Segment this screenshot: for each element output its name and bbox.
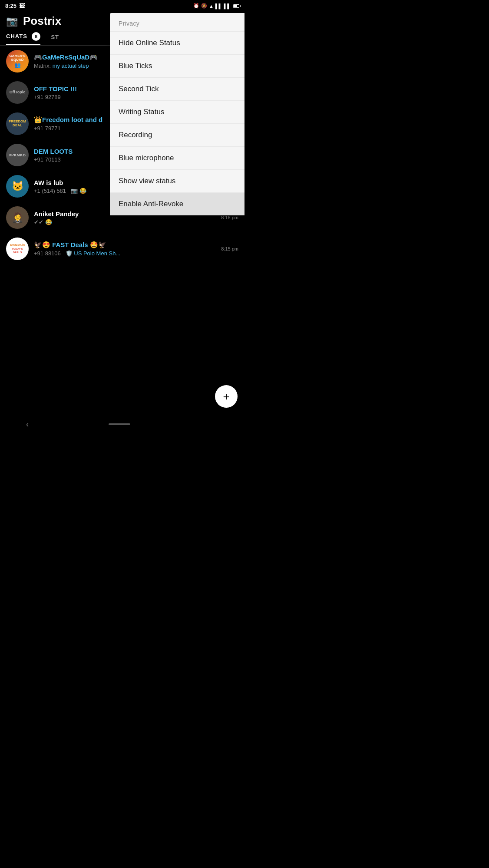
alarm-icon: ⏰ xyxy=(193,3,199,9)
chat-name: 🦅😍 FAST Deals 🤩🦅 xyxy=(34,241,216,249)
dropdown-item-blue-microphone[interactable]: Blue microphone xyxy=(110,146,244,169)
chat-preview: +91 88106 🛡️ US Polo Men Sh... xyxy=(34,250,216,257)
app-title: Postrix xyxy=(23,14,61,28)
dropdown-item-recording[interactable]: Recording xyxy=(110,123,244,146)
avatar: #PKMKB xyxy=(6,144,29,166)
chat-meta: 8:16 pm xyxy=(221,215,238,220)
avatar: GAMER'SSQUAD 👥 xyxy=(6,50,29,73)
chat-info: 🦅😍 FAST Deals 🤩🦅 +91 88106 🛡️ US Polo Me… xyxy=(34,241,216,257)
status-bar: 8:25 🖼 ⏰ 🔕 ▲ ▌▌ ▌▌ xyxy=(0,0,244,12)
dropdown-item-writing-status[interactable]: Writing Status xyxy=(110,100,244,123)
bottom-nav: ‹ xyxy=(0,415,244,434)
chat-meta: 8:15 pm xyxy=(221,246,238,251)
chat-time: 8:15 pm xyxy=(221,246,238,251)
wifi-icon: ▲ xyxy=(209,3,214,9)
tab-status[interactable]: ST xyxy=(51,34,59,44)
battery-icon xyxy=(233,4,239,8)
avatar: FREEDOMDEAL xyxy=(6,112,29,135)
tab-chats[interactable]: CHATS 8 xyxy=(6,32,40,45)
list-item[interactable]: amazon.inTODAY'SDEALS 🦅😍 FAST Deals 🤩🦅 +… xyxy=(0,233,244,264)
home-indicator xyxy=(109,423,130,425)
compose-fab[interactable]: + xyxy=(215,385,238,408)
camera-icon[interactable]: 📷 xyxy=(6,16,18,27)
time-display: 8:25 xyxy=(5,3,17,9)
dropdown-item-hide-online[interactable]: Hide Online Status xyxy=(110,31,244,54)
dropdown-menu: Privacy Hide Online Status Blue Ticks Se… xyxy=(110,13,244,215)
back-arrow[interactable]: ‹ xyxy=(26,420,29,429)
avatar: OffTopic xyxy=(6,81,29,104)
signal-icon2: ▌▌ xyxy=(224,3,231,9)
dropdown-item-second-tick[interactable]: Second Tick xyxy=(110,77,244,100)
signal-icon1: ▌▌ xyxy=(215,3,222,9)
status-left: 8:25 🖼 xyxy=(5,3,25,9)
chat-preview: ✔✔ 😂 xyxy=(34,219,216,225)
mute-icon: 🔕 xyxy=(201,3,207,9)
status-right: ⏰ 🔕 ▲ ▌▌ ▌▌ xyxy=(193,3,239,9)
dropdown-item-show-view-status[interactable]: Show view status xyxy=(110,169,244,192)
avatar: amazon.inTODAY'SDEALS xyxy=(6,238,29,260)
avatar: 🤵 xyxy=(6,206,29,229)
dropdown-item-enable-anti-revoke[interactable]: Enable Anti-Revoke xyxy=(110,192,244,215)
dropdown-header: Privacy xyxy=(110,13,244,31)
avatar: 🐱 xyxy=(6,175,29,198)
chat-time: 8:16 pm xyxy=(221,215,238,220)
photo-icon: 🖼 xyxy=(19,3,25,9)
chats-badge: 8 xyxy=(32,32,40,41)
dropdown-item-blue-ticks[interactable]: Blue Ticks xyxy=(110,54,244,77)
